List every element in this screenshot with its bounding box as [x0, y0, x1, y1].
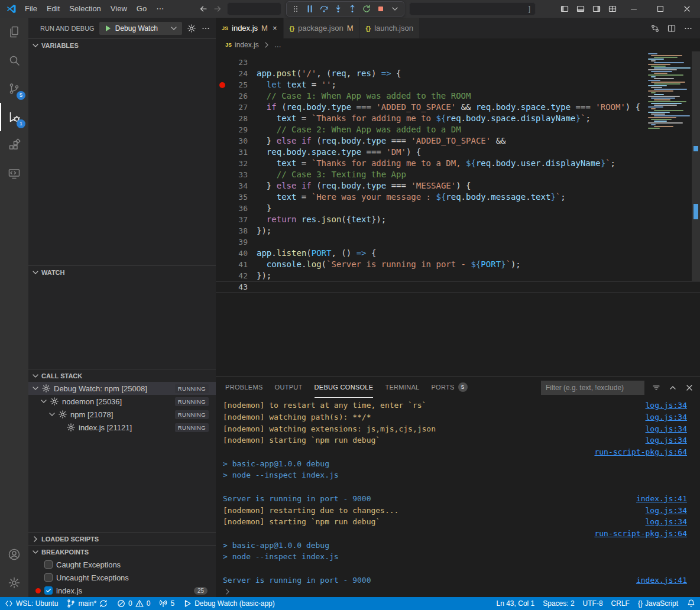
- status-cursor-position[interactable]: Ln 43, Col 1: [492, 597, 539, 610]
- status-notifications[interactable]: [682, 597, 700, 610]
- code-editor[interactable]: 2324app.post('/', (req, res) => {25 let …: [216, 51, 700, 377]
- glyph-margin[interactable]: [216, 147, 229, 158]
- source-link[interactable]: log.js:34: [646, 424, 687, 433]
- close-tab-icon[interactable]: ×: [273, 24, 277, 33]
- minimap[interactable]: [647, 53, 692, 129]
- source-link[interactable]: run-script-pkg.js:64: [594, 447, 687, 456]
- stop-icon[interactable]: [376, 4, 385, 14]
- source-link[interactable]: log.js:34: [646, 401, 687, 410]
- activity-item-source-control[interactable]: 5: [0, 74, 28, 103]
- activity-item-run-and-debug[interactable]: 1: [0, 103, 28, 131]
- tab-launch.json[interactable]: {}launch.json: [360, 18, 420, 38]
- layout-right-icon[interactable]: [588, 0, 604, 18]
- status-language-mode[interactable]: {}JavaScript: [634, 597, 682, 610]
- code-line[interactable]: 35 text = `Here was your message : ${req…: [216, 192, 700, 203]
- section-header-watch[interactable]: WATCH: [28, 265, 216, 278]
- call-stack-row[interactable]: Debug Watch: npm [25008]RUNNING: [28, 382, 216, 395]
- layout-grid-icon[interactable]: [604, 0, 620, 18]
- activity-item-manage[interactable]: [0, 569, 28, 597]
- pause-icon[interactable]: [305, 4, 315, 14]
- glyph-margin[interactable]: [216, 68, 229, 79]
- source-link[interactable]: log.js:34: [646, 436, 687, 444]
- source-link[interactable]: index.js:41: [636, 494, 687, 503]
- code-line[interactable]: 40app.listen(PORT, () => {: [216, 248, 700, 259]
- code-line[interactable]: 33 // Case 3: Texting the App: [216, 169, 700, 180]
- breakpoint-checkbox[interactable]: [44, 573, 53, 582]
- menu-selection[interactable]: Selection: [64, 0, 105, 18]
- minimize-button[interactable]: [620, 0, 647, 18]
- code-line[interactable]: 38});: [216, 225, 700, 236]
- source-link[interactable]: index.js:41: [636, 576, 687, 585]
- code-line[interactable]: 39: [216, 236, 700, 248]
- breakpoint-checkbox[interactable]: [44, 560, 53, 569]
- section-header-breakpoints[interactable]: BREAKPOINTS: [28, 545, 216, 558]
- breakpoint-checkbox[interactable]: [44, 586, 53, 595]
- code-line[interactable]: 32 text = `Thanks for adding me to a DM,…: [216, 158, 700, 169]
- code-line[interactable]: 42});: [216, 270, 700, 281]
- code-line[interactable]: 43: [216, 281, 700, 293]
- code-line[interactable]: 37 return res.json({text});: [216, 214, 700, 225]
- scrollbar-slider[interactable]: [692, 51, 700, 281]
- chevron-down-icon[interactable]: [47, 410, 57, 419]
- code-line[interactable]: 23: [216, 57, 700, 68]
- glyph-margin[interactable]: [216, 102, 229, 113]
- tab-package.json[interactable]: {}package.jsonM: [284, 18, 360, 38]
- call-stack-row[interactable]: nodemon [25036]RUNNING: [28, 395, 216, 408]
- glyph-margin[interactable]: [216, 214, 229, 225]
- glyph-margin[interactable]: [216, 124, 229, 135]
- section-header-variables[interactable]: VARIABLES: [28, 38, 216, 51]
- restart-icon[interactable]: [362, 4, 371, 14]
- status-debug-status[interactable]: Debug Watch (basic-app): [179, 597, 279, 610]
- glyph-margin[interactable]: [216, 169, 229, 180]
- glyph-margin[interactable]: [216, 270, 229, 281]
- status-ports-status[interactable]: 5: [154, 597, 179, 610]
- section-header-call-stack[interactable]: CALL STACK: [28, 369, 216, 382]
- activity-item-search[interactable]: [0, 46, 28, 74]
- breadcrumb-symbol[interactable]: …: [274, 41, 281, 49]
- code-line[interactable]: 30 } else if (req.body.type === 'ADDED_T…: [216, 135, 700, 147]
- console-input-row[interactable]: [223, 586, 687, 597]
- glyph-margin[interactable]: [216, 192, 229, 203]
- panel-tab-output[interactable]: OUTPUT: [275, 377, 303, 398]
- status-problems-status[interactable]: 00: [112, 597, 154, 610]
- split-editor-icon[interactable]: [667, 24, 676, 33]
- glyph-margin[interactable]: [216, 135, 229, 147]
- breakpoint-row[interactable]: index.js25: [28, 584, 216, 597]
- source-link[interactable]: log.js:34: [646, 506, 687, 515]
- debug-console-output[interactable]: [nodemon] to restart at any time, enter …: [216, 398, 700, 597]
- glyph-margin[interactable]: [216, 259, 229, 270]
- activity-item-extensions[interactable]: [0, 131, 28, 160]
- code-line[interactable]: 31 req.body.space.type === 'DM') {: [216, 147, 700, 158]
- source-link[interactable]: run-script-pkg.js:64: [594, 529, 687, 538]
- menu-view[interactable]: View: [106, 0, 132, 18]
- maximize-button[interactable]: [647, 0, 673, 18]
- breakpoint-dot[interactable]: [219, 82, 225, 88]
- code-line[interactable]: 24app.post('/', (req, res) => {: [216, 68, 700, 79]
- breakpoint-row[interactable]: Caught Exceptions: [28, 558, 216, 571]
- open-changes-icon[interactable]: [650, 24, 660, 33]
- glyph-margin[interactable]: [216, 113, 229, 124]
- glyph-margin[interactable]: [216, 281, 229, 293]
- launch-config-select[interactable]: Debug Watch: [99, 22, 182, 35]
- glyph-margin[interactable]: [216, 248, 229, 259]
- activity-item-accounts[interactable]: [0, 540, 28, 569]
- step-out-icon[interactable]: [348, 4, 357, 14]
- call-stack-row[interactable]: npm [21078]RUNNING: [28, 408, 216, 421]
- breadcrumb-file[interactable]: index.js: [235, 41, 259, 49]
- chevron-down-icon[interactable]: [390, 4, 400, 14]
- editor-more-actions-icon[interactable]: [683, 24, 693, 33]
- code-line[interactable]: 27 if (req.body.type === 'ADDED_TO_SPACE…: [216, 102, 700, 113]
- source-link[interactable]: log.js:34: [646, 517, 687, 526]
- maximize-panel-icon[interactable]: [668, 383, 678, 392]
- glyph-margin[interactable]: [216, 79, 229, 90]
- menubar-more[interactable]: ⋯: [151, 0, 168, 18]
- status-remote-indicator[interactable]: WSL: Ubuntu: [0, 597, 62, 610]
- tab-index.js[interactable]: JSindex.jsM×: [216, 18, 284, 38]
- breakpoint-row[interactable]: Uncaught Exceptions: [28, 571, 216, 584]
- chevron-down-icon[interactable]: [31, 384, 40, 393]
- layout-bottom-icon[interactable]: [572, 0, 588, 18]
- gripper-icon[interactable]: [291, 4, 300, 14]
- panel-tab-debug-console[interactable]: DEBUG CONSOLE: [315, 377, 374, 398]
- console-filter-input[interactable]: [541, 381, 644, 395]
- call-stack-row[interactable]: index.js [21121]RUNNING: [28, 421, 216, 434]
